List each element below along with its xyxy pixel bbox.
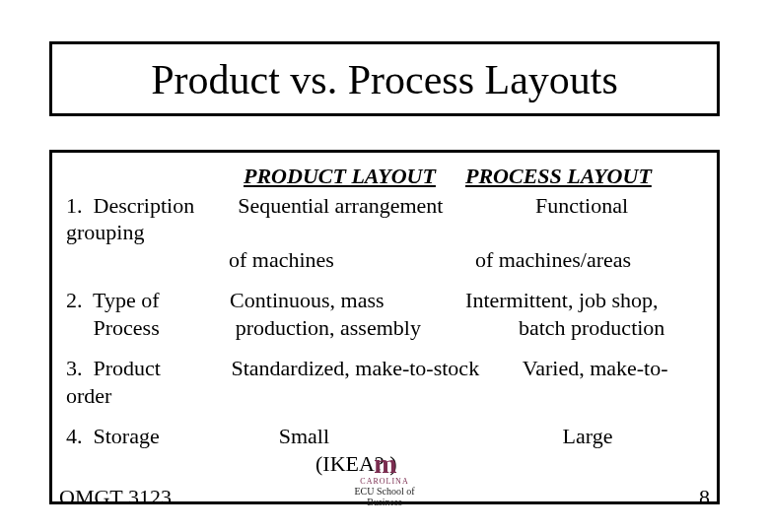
footer-course-code: OMGT 3123 [59,485,172,510]
university-logo: m CAROLINA ECU School of Business [345,453,424,507]
header-process: PROCESS LAYOUT [465,164,652,188]
row-2-line-1: 2. Type of Continuous, mass Intermittent… [66,287,711,314]
row-3: 3. Product Standardized, make-to-stock V… [66,355,711,409]
row-3-line-1: 3. Product Standardized, make-to-stock V… [66,355,711,409]
page-title: Product vs. Process Layouts [60,56,709,103]
logo-glyph-icon: m [345,453,424,475]
logo-bottom-text: ECU School of Business [345,486,424,507]
row-2: 2. Type of Continuous, mass Intermittent… [66,287,711,341]
row-2-line-2: Process production, assembly batch produ… [66,314,711,342]
logo-mid-text: CAROLINA [345,477,424,486]
row-1-line-1: 1. Description Sequential arrangement Fu… [66,192,711,246]
column-headers: PRODUCT LAYOUTPROCESS LAYOUT [66,163,711,190]
footer-page-number: 8 [699,485,710,510]
title-box: Product vs. Process Layouts [49,41,720,116]
row-4-line-1: 4. Storage Small Large [66,423,711,450]
row-1-line-2: of machines of machines/areas [66,246,711,274]
header-product: PRODUCT LAYOUT [244,164,436,188]
row-1: 1. Description Sequential arrangement Fu… [66,192,711,274]
